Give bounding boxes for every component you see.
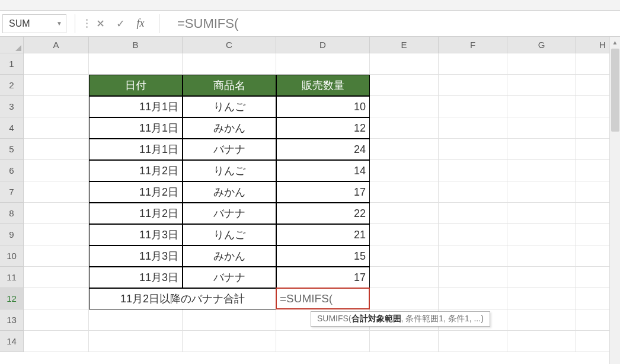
cell-G8[interactable] (507, 203, 576, 224)
cell-C11[interactable]: バナナ (183, 267, 276, 288)
cell-D5[interactable]: 24 (276, 139, 370, 160)
cell-D4[interactable]: 12 (276, 117, 370, 139)
cell-F1[interactable] (439, 53, 507, 75)
row-header-8[interactable]: 8 (0, 203, 24, 224)
cell-F2[interactable] (439, 75, 507, 96)
cell-G13[interactable] (507, 309, 576, 331)
cell-E6[interactable] (370, 160, 439, 181)
cell-B11[interactable]: 11月3日 (89, 267, 183, 288)
cell-B14[interactable] (89, 331, 183, 352)
cell-A9[interactable] (24, 224, 89, 245)
cell-B4[interactable]: 11月1日 (89, 117, 183, 139)
cell-G9[interactable] (507, 224, 576, 245)
scroll-thumb[interactable] (611, 49, 619, 132)
cell-A3[interactable] (24, 96, 89, 117)
row-header-4[interactable]: 4 (0, 117, 24, 139)
insert-function-button[interactable]: fx (130, 14, 151, 33)
cell-B5[interactable]: 11月1日 (89, 139, 183, 160)
cell-G3[interactable] (507, 96, 576, 117)
cell-G2[interactable] (507, 75, 576, 96)
cell-A2[interactable] (24, 75, 89, 96)
cell-G14[interactable] (507, 331, 576, 352)
cell-E4[interactable] (370, 117, 439, 139)
row-header-13[interactable]: 13 (0, 309, 24, 331)
cell-A12[interactable] (24, 288, 89, 309)
cell-D2[interactable]: 販売数量 (276, 75, 370, 96)
cell-D7[interactable]: 17 (276, 181, 370, 203)
cell-C4[interactable]: みかん (183, 117, 276, 139)
active-cell-content[interactable]: =SUMIFS( (277, 288, 369, 309)
cell-C7[interactable]: みかん (183, 181, 276, 203)
col-header-G[interactable]: G (507, 37, 576, 53)
cell-E3[interactable] (370, 96, 439, 117)
cell-C3[interactable]: りんご (183, 96, 276, 117)
cell-C6[interactable]: りんご (183, 160, 276, 181)
cell-C1[interactable] (183, 53, 276, 75)
cell-G11[interactable] (507, 267, 576, 288)
cell-F7[interactable] (439, 181, 507, 203)
cell-D14[interactable] (276, 331, 370, 352)
cell-B13[interactable] (89, 309, 183, 331)
cell-G6[interactable] (507, 160, 576, 181)
row-header-12[interactable]: 12 (0, 288, 24, 309)
cell-E1[interactable] (370, 53, 439, 75)
col-header-F[interactable]: F (439, 37, 507, 53)
cell-A4[interactable] (24, 117, 89, 139)
cell-G10[interactable] (507, 245, 576, 267)
cell-E5[interactable] (370, 139, 439, 160)
cell-B1[interactable] (89, 53, 183, 75)
cell-D3[interactable]: 10 (276, 96, 370, 117)
cell-A10[interactable] (24, 245, 89, 267)
cell-C14[interactable] (183, 331, 276, 352)
cell-F10[interactable] (439, 245, 507, 267)
grip-handle[interactable] (84, 14, 90, 33)
cell-F11[interactable] (439, 267, 507, 288)
cell-B7[interactable]: 11月2日 (89, 181, 183, 203)
cell-E12[interactable] (370, 288, 439, 309)
cell-D1[interactable] (276, 53, 370, 75)
cell-A11[interactable] (24, 267, 89, 288)
cell-E11[interactable] (370, 267, 439, 288)
select-all-button[interactable] (0, 37, 24, 53)
cell-F5[interactable] (439, 139, 507, 160)
cell-C13[interactable] (183, 309, 276, 331)
cell-F14[interactable] (439, 331, 507, 352)
cell-A6[interactable] (24, 160, 89, 181)
cell-F12[interactable] (439, 288, 507, 309)
col-header-D[interactable]: D (276, 37, 370, 53)
row-header-9[interactable]: 9 (0, 224, 24, 245)
col-header-A[interactable]: A (24, 37, 89, 53)
col-header-B[interactable]: B (89, 37, 183, 53)
cell-D6[interactable]: 14 (276, 160, 370, 181)
cell-B3[interactable]: 11月1日 (89, 96, 183, 117)
cell-A14[interactable] (24, 331, 89, 352)
cell-E9[interactable] (370, 224, 439, 245)
row-header-14[interactable]: 14 (0, 331, 24, 352)
cell-C8[interactable]: バナナ (183, 203, 276, 224)
cell-F8[interactable] (439, 203, 507, 224)
cell-B6[interactable]: 11月2日 (89, 160, 183, 181)
cell-F6[interactable] (439, 160, 507, 181)
cell-A5[interactable] (24, 139, 89, 160)
formula-input[interactable] (168, 14, 620, 33)
cell-B8[interactable]: 11月2日 (89, 203, 183, 224)
enter-button[interactable]: ✓ (110, 14, 130, 33)
cell-E14[interactable] (370, 331, 439, 352)
row-header-10[interactable]: 10 (0, 245, 24, 267)
cell-C10[interactable]: みかん (183, 245, 276, 267)
total-label-cell[interactable]: 11月2日以降のバナナ合計 (89, 288, 276, 309)
cell-C5[interactable]: バナナ (183, 139, 276, 160)
cell-A7[interactable] (24, 181, 89, 203)
row-header-6[interactable]: 6 (0, 160, 24, 181)
cell-G4[interactable] (507, 117, 576, 139)
cell-B9[interactable]: 11月3日 (89, 224, 183, 245)
cell-E7[interactable] (370, 181, 439, 203)
vertical-scrollbar[interactable]: ▲ (609, 37, 620, 364)
row-header-7[interactable]: 7 (0, 181, 24, 203)
row-header-11[interactable]: 11 (0, 267, 24, 288)
row-header-1[interactable]: 1 (0, 53, 24, 75)
scroll-up-arrow[interactable]: ▲ (610, 37, 620, 47)
row-header-5[interactable]: 5 (0, 139, 24, 160)
cell-G7[interactable] (507, 181, 576, 203)
cell-D9[interactable]: 21 (276, 224, 370, 245)
